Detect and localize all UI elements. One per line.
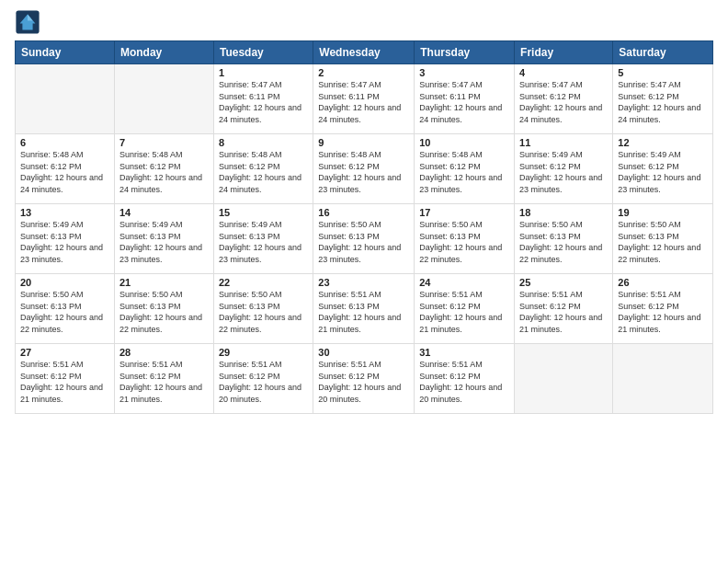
day-info: Sunrise: 5:48 AM Sunset: 6:12 PM Dayligh… xyxy=(318,149,409,195)
calendar-cell: 3Sunrise: 5:47 AM Sunset: 6:11 PM Daylig… xyxy=(415,64,515,134)
day-info: Sunrise: 5:48 AM Sunset: 6:12 PM Dayligh… xyxy=(119,149,209,195)
calendar-cell: 17Sunrise: 5:50 AM Sunset: 6:13 PM Dayli… xyxy=(415,204,515,274)
day-number: 6 xyxy=(20,137,109,148)
day-info: Sunrise: 5:50 AM Sunset: 6:13 PM Dayligh… xyxy=(318,219,409,265)
day-info: Sunrise: 5:50 AM Sunset: 6:13 PM Dayligh… xyxy=(519,219,608,265)
calendar-week-row: 13Sunrise: 5:49 AM Sunset: 6:13 PM Dayli… xyxy=(16,204,713,274)
day-number: 23 xyxy=(318,277,409,288)
day-info: Sunrise: 5:49 AM Sunset: 6:12 PM Dayligh… xyxy=(519,149,608,195)
calendar-cell xyxy=(16,64,115,134)
calendar-cell: 27Sunrise: 5:51 AM Sunset: 6:12 PM Dayli… xyxy=(16,344,115,414)
day-info: Sunrise: 5:51 AM Sunset: 6:12 PM Dayligh… xyxy=(219,359,308,405)
calendar-cell: 23Sunrise: 5:51 AM Sunset: 6:13 PM Dayli… xyxy=(313,274,415,344)
day-info: Sunrise: 5:50 AM Sunset: 6:13 PM Dayligh… xyxy=(20,289,109,335)
day-number: 13 xyxy=(20,207,109,218)
logo-icon xyxy=(15,9,40,35)
day-number: 30 xyxy=(318,347,409,358)
day-number: 19 xyxy=(618,207,708,218)
day-number: 1 xyxy=(219,67,308,78)
day-number: 27 xyxy=(20,347,109,358)
day-info: Sunrise: 5:47 AM Sunset: 6:12 PM Dayligh… xyxy=(519,79,608,125)
day-number: 20 xyxy=(20,277,109,288)
calendar-cell: 8Sunrise: 5:48 AM Sunset: 6:12 PM Daylig… xyxy=(213,134,313,204)
day-number: 31 xyxy=(419,347,509,358)
day-number: 3 xyxy=(419,67,509,78)
page: SundayMondayTuesdayWednesdayThursdayFrid… xyxy=(0,0,728,563)
day-number: 22 xyxy=(219,277,308,288)
calendar-cell: 4Sunrise: 5:47 AM Sunset: 6:12 PM Daylig… xyxy=(515,64,613,134)
day-info: Sunrise: 5:50 AM Sunset: 6:13 PM Dayligh… xyxy=(119,289,209,335)
calendar-cell: 29Sunrise: 5:51 AM Sunset: 6:12 PM Dayli… xyxy=(213,344,313,414)
day-number: 5 xyxy=(618,67,708,78)
calendar-cell: 13Sunrise: 5:49 AM Sunset: 6:13 PM Dayli… xyxy=(16,204,115,274)
day-info: Sunrise: 5:50 AM Sunset: 6:13 PM Dayligh… xyxy=(419,219,509,265)
day-number: 18 xyxy=(519,207,608,218)
calendar-cell: 1Sunrise: 5:47 AM Sunset: 6:11 PM Daylig… xyxy=(213,64,313,134)
day-number: 17 xyxy=(419,207,509,218)
day-info: Sunrise: 5:49 AM Sunset: 6:13 PM Dayligh… xyxy=(20,219,109,265)
calendar-cell: 28Sunrise: 5:51 AM Sunset: 6:12 PM Dayli… xyxy=(114,344,213,414)
day-info: Sunrise: 5:47 AM Sunset: 6:11 PM Dayligh… xyxy=(318,79,409,125)
calendar-cell: 16Sunrise: 5:50 AM Sunset: 6:13 PM Dayli… xyxy=(313,204,415,274)
day-info: Sunrise: 5:51 AM Sunset: 6:12 PM Dayligh… xyxy=(618,289,708,335)
day-info: Sunrise: 5:47 AM Sunset: 6:11 PM Dayligh… xyxy=(219,79,308,125)
day-info: Sunrise: 5:51 AM Sunset: 6:13 PM Dayligh… xyxy=(318,289,409,335)
day-number: 7 xyxy=(119,137,209,148)
logo xyxy=(15,9,42,35)
calendar-cell: 6Sunrise: 5:48 AM Sunset: 6:12 PM Daylig… xyxy=(16,134,115,204)
calendar-week-row: 27Sunrise: 5:51 AM Sunset: 6:12 PM Dayli… xyxy=(16,344,713,414)
calendar-header-sunday: Sunday xyxy=(16,41,115,64)
calendar-header-thursday: Thursday xyxy=(415,41,515,64)
calendar-cell xyxy=(515,344,613,414)
calendar-cell: 25Sunrise: 5:51 AM Sunset: 6:12 PM Dayli… xyxy=(515,274,613,344)
calendar-cell: 19Sunrise: 5:50 AM Sunset: 6:13 PM Dayli… xyxy=(613,204,713,274)
calendar-cell: 24Sunrise: 5:51 AM Sunset: 6:12 PM Dayli… xyxy=(415,274,515,344)
calendar-cell: 20Sunrise: 5:50 AM Sunset: 6:13 PM Dayli… xyxy=(16,274,115,344)
day-number: 10 xyxy=(419,137,509,148)
day-number: 15 xyxy=(219,207,308,218)
day-number: 2 xyxy=(318,67,409,78)
calendar-cell: 30Sunrise: 5:51 AM Sunset: 6:12 PM Dayli… xyxy=(313,344,415,414)
day-info: Sunrise: 5:50 AM Sunset: 6:13 PM Dayligh… xyxy=(219,289,308,335)
day-number: 8 xyxy=(219,137,308,148)
day-number: 9 xyxy=(318,137,409,148)
day-number: 25 xyxy=(519,277,608,288)
calendar-header-row: SundayMondayTuesdayWednesdayThursdayFrid… xyxy=(16,41,713,64)
day-number: 24 xyxy=(419,277,509,288)
day-info: Sunrise: 5:49 AM Sunset: 6:12 PM Dayligh… xyxy=(618,149,708,195)
day-info: Sunrise: 5:49 AM Sunset: 6:13 PM Dayligh… xyxy=(219,219,308,265)
day-info: Sunrise: 5:51 AM Sunset: 6:12 PM Dayligh… xyxy=(20,359,109,405)
calendar-header-saturday: Saturday xyxy=(613,41,713,64)
calendar-table: SundayMondayTuesdayWednesdayThursdayFrid… xyxy=(15,40,713,414)
day-info: Sunrise: 5:47 AM Sunset: 6:11 PM Dayligh… xyxy=(419,79,509,125)
calendar-cell: 11Sunrise: 5:49 AM Sunset: 6:12 PM Dayli… xyxy=(515,134,613,204)
day-info: Sunrise: 5:49 AM Sunset: 6:13 PM Dayligh… xyxy=(119,219,209,265)
day-number: 4 xyxy=(519,67,608,78)
calendar-cell: 15Sunrise: 5:49 AM Sunset: 6:13 PM Dayli… xyxy=(213,204,313,274)
calendar-cell: 12Sunrise: 5:49 AM Sunset: 6:12 PM Dayli… xyxy=(613,134,713,204)
header xyxy=(15,9,713,35)
calendar-cell xyxy=(613,344,713,414)
calendar-header-friday: Friday xyxy=(515,41,613,64)
calendar-header-wednesday: Wednesday xyxy=(313,41,415,64)
day-number: 14 xyxy=(119,207,209,218)
day-info: Sunrise: 5:48 AM Sunset: 6:12 PM Dayligh… xyxy=(419,149,509,195)
day-info: Sunrise: 5:51 AM Sunset: 6:12 PM Dayligh… xyxy=(419,289,509,335)
day-info: Sunrise: 5:47 AM Sunset: 6:12 PM Dayligh… xyxy=(618,79,708,125)
day-info: Sunrise: 5:50 AM Sunset: 6:13 PM Dayligh… xyxy=(618,219,708,265)
calendar-cell: 26Sunrise: 5:51 AM Sunset: 6:12 PM Dayli… xyxy=(613,274,713,344)
calendar-cell: 2Sunrise: 5:47 AM Sunset: 6:11 PM Daylig… xyxy=(313,64,415,134)
calendar-cell: 21Sunrise: 5:50 AM Sunset: 6:13 PM Dayli… xyxy=(114,274,213,344)
calendar-cell: 18Sunrise: 5:50 AM Sunset: 6:13 PM Dayli… xyxy=(515,204,613,274)
day-number: 11 xyxy=(519,137,608,148)
calendar-cell: 22Sunrise: 5:50 AM Sunset: 6:13 PM Dayli… xyxy=(213,274,313,344)
day-info: Sunrise: 5:48 AM Sunset: 6:12 PM Dayligh… xyxy=(20,149,109,195)
calendar-cell: 10Sunrise: 5:48 AM Sunset: 6:12 PM Dayli… xyxy=(415,134,515,204)
calendar-header-tuesday: Tuesday xyxy=(213,41,313,64)
calendar-header-monday: Monday xyxy=(114,41,213,64)
calendar-cell: 5Sunrise: 5:47 AM Sunset: 6:12 PM Daylig… xyxy=(613,64,713,134)
calendar-cell: 14Sunrise: 5:49 AM Sunset: 6:13 PM Dayli… xyxy=(114,204,213,274)
calendar-week-row: 20Sunrise: 5:50 AM Sunset: 6:13 PM Dayli… xyxy=(16,274,713,344)
calendar-cell: 9Sunrise: 5:48 AM Sunset: 6:12 PM Daylig… xyxy=(313,134,415,204)
day-info: Sunrise: 5:51 AM Sunset: 6:12 PM Dayligh… xyxy=(119,359,209,405)
